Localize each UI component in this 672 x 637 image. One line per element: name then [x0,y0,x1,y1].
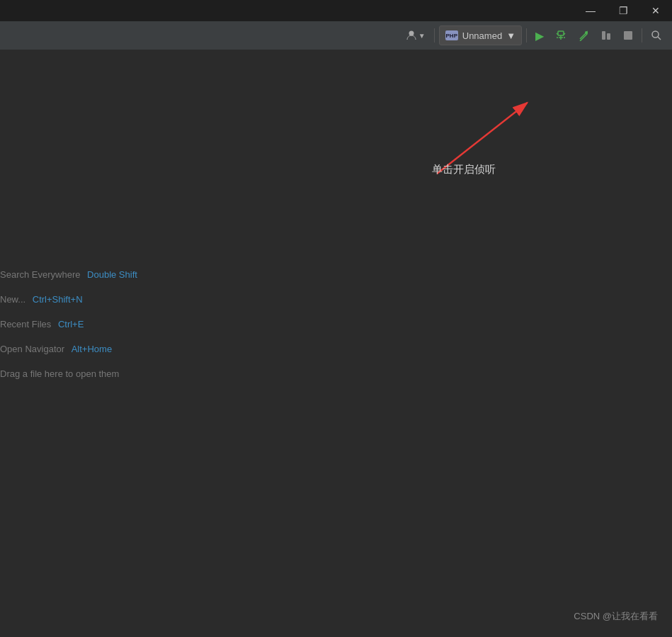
php-icon: PHP [445,30,458,40]
project-dropdown[interactable]: PHP Unnamed ▼ [439,26,522,45]
shortcut-label-navigator: Open Navigator [0,344,67,354]
debug-button[interactable] [551,26,571,45]
svg-line-9 [437,103,527,174]
svg-point-0 [409,31,414,36]
separator-1 [434,28,435,43]
shortcut-drag: Drag a file here to open them [0,361,198,386]
build-icon [578,30,589,41]
shortcut-text-drag: Drag a file here to open them [0,368,119,379]
build-button[interactable] [574,26,593,45]
shortcut-key-search: Double Shift [87,269,137,280]
project-name: Unnamed [462,30,502,41]
annotation-text: 单击开启侦听 [432,163,496,176]
stop-icon [623,30,633,40]
minimize-button[interactable]: — [574,0,607,21]
separator-3 [642,28,642,43]
shortcut-label-new: New... [0,294,28,305]
annotation-container: 单击开启侦听 [418,92,559,187]
search-icon [651,30,662,41]
stop-button[interactable] [619,26,637,45]
annotation-arrow [418,92,559,184]
shortcut-new: New... Ctrl+Shift+N [0,287,198,312]
run-icon: ▶ [535,29,544,43]
svg-point-2 [585,31,588,34]
svg-point-6 [652,31,659,38]
run-button[interactable]: ▶ [531,26,548,45]
account-dropdown-arrow: ▼ [418,32,426,40]
main-content: Search Everywhere Double Shift New... Ct… [0,50,672,637]
svg-rect-4 [607,33,610,40]
shortcut-key-new: Ctrl+Shift+N [33,294,83,305]
svg-line-7 [658,37,661,40]
shortcut-label-search: Search Everywhere [0,269,83,280]
separator-2 [526,28,527,43]
account-icon [406,30,417,41]
account-section: ▼ [402,26,430,45]
restore-button[interactable]: ❐ [607,0,639,21]
svg-rect-5 [624,31,632,40]
titlebar: — ❐ ✕ [0,0,672,21]
shortcut-navigator: Open Navigator Alt+Home [0,337,198,361]
shortcut-key-navigator: Alt+Home [72,344,112,354]
debug-icon [555,30,566,41]
shortcut-label-recent: Recent Files [0,319,54,329]
account-button[interactable]: ▼ [402,26,430,45]
titlebar-controls: — ❐ ✕ [574,0,672,21]
profile-button[interactable] [596,26,616,45]
shortcut-recent: Recent Files Ctrl+E [0,312,198,337]
shortcuts-panel: Search Everywhere Double Shift New... Ct… [0,248,198,386]
shortcut-search-everywhere: Search Everywhere Double Shift [0,262,198,287]
shortcut-key-recent: Ctrl+E [58,319,84,329]
toolbar: ▼ PHP Unnamed ▼ ▶ [0,21,672,50]
svg-rect-1 [558,31,564,35]
search-button[interactable] [647,26,666,45]
close-button[interactable]: ✕ [639,0,672,21]
svg-rect-3 [602,31,605,40]
dropdown-arrow: ▼ [506,30,516,41]
watermark: CSDN @让我在看看 [574,610,658,623]
profile-icon [600,30,612,41]
